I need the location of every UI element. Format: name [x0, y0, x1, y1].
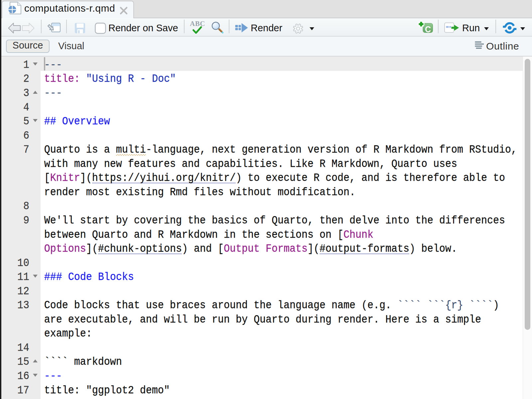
- svg-text:C: C: [425, 25, 431, 34]
